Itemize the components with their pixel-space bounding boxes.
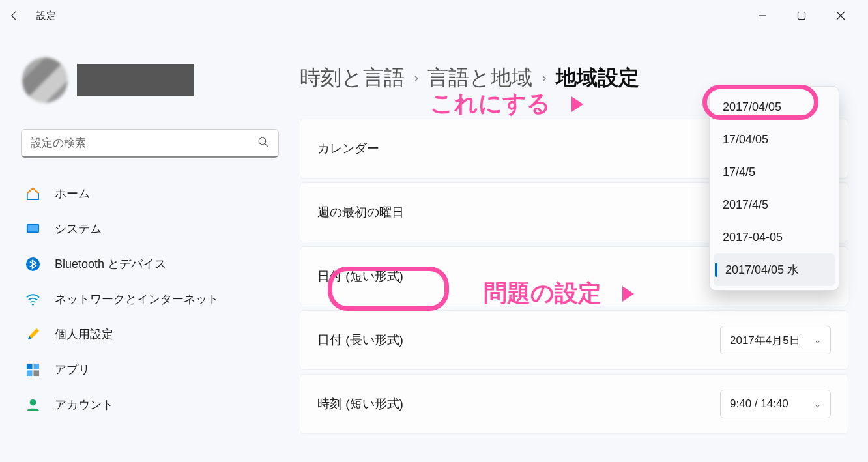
annotation-problem: 問題の設定 — [484, 278, 635, 310]
sidebar-item-label: アカウント — [55, 397, 113, 412]
combo-value: 2017年4月5日 — [730, 333, 800, 348]
svg-point-9 — [32, 303, 34, 305]
dropdown-option[interactable]: 17/4/5 — [714, 156, 835, 188]
row-label: 週の最初の曜日 — [317, 204, 404, 221]
row-short-time[interactable]: 時刻 (短い形式) 9:40 / 14:40 ⌄ — [300, 374, 848, 434]
titlebar-left: 設定 — [8, 9, 56, 22]
svg-rect-10 — [26, 363, 32, 369]
sidebar-item-label: 個人用設定 — [55, 326, 113, 342]
sidebar-item-network[interactable]: ネットワークとインターネット — [16, 283, 284, 315]
dropdown-option[interactable]: 17/04/05 — [714, 123, 835, 156]
svg-rect-13 — [33, 370, 39, 376]
paintbrush-icon — [25, 326, 40, 342]
row-label: 日付 (短い形式) — [317, 268, 403, 285]
long-date-combo[interactable]: 2017年4月5日 ⌄ — [720, 326, 831, 354]
sidebar-item-home[interactable]: ホーム — [16, 177, 284, 210]
row-label: カレンダー — [317, 140, 379, 157]
dropdown-option[interactable]: 2017-04-05 — [714, 221, 835, 253]
row-label: 日付 (長い形式) — [317, 332, 403, 349]
sidebar-item-label: ホーム — [55, 186, 90, 201]
arrow-right-icon — [558, 95, 585, 113]
sidebar-item-system[interactable]: システム — [16, 212, 284, 245]
sidebar-item-label: Bluetooth とデバイス — [55, 256, 166, 272]
bluetooth-icon — [25, 256, 40, 272]
svg-point-14 — [29, 399, 36, 405]
svg-rect-7 — [27, 225, 37, 231]
window-title: 設定 — [36, 10, 56, 22]
chevron-right-icon: › — [414, 70, 418, 87]
account-icon — [25, 397, 40, 412]
titlebar: 設定 — [0, 0, 868, 31]
option-label: 2017/04/05 — [723, 100, 781, 114]
dropdown-option-selected[interactable]: 2017/04/05 水 — [714, 253, 835, 286]
short-date-dropdown[interactable]: 2017/04/05 17/04/05 17/4/5 2017/4/5 2017… — [709, 86, 839, 291]
chevron-down-icon: ⌄ — [814, 399, 821, 409]
window-controls — [743, 0, 860, 31]
sidebar-item-personalization[interactable]: 個人用設定 — [16, 318, 284, 351]
row-long-date[interactable]: 日付 (長い形式) 2017年4月5日 ⌄ — [300, 310, 848, 370]
profile-block[interactable] — [16, 31, 284, 116]
svg-rect-12 — [26, 370, 32, 376]
user-name-redacted — [77, 64, 194, 96]
minimize-button[interactable] — [743, 0, 782, 31]
wifi-icon — [25, 291, 40, 307]
close-button[interactable] — [821, 0, 860, 31]
option-label: 2017/04/05 水 — [725, 262, 799, 278]
sidebar-item-account[interactable]: アカウント — [16, 388, 284, 421]
row-label: 時刻 (短い形式) — [317, 396, 403, 412]
search-box[interactable] — [21, 129, 279, 158]
svg-line-5 — [265, 143, 268, 147]
option-label: 2017/4/5 — [723, 198, 768, 212]
sidebar-item-label: システム — [55, 221, 102, 237]
sidebar-item-apps[interactable]: アプリ — [16, 353, 284, 386]
dropdown-option[interactable]: 2017/04/05 — [714, 91, 835, 123]
system-icon — [25, 221, 40, 237]
apps-icon — [25, 362, 40, 377]
breadcrumb-time-language[interactable]: 時刻と言語 — [300, 64, 405, 93]
option-label: 17/04/05 — [723, 133, 768, 147]
svg-rect-11 — [33, 363, 39, 369]
svg-rect-1 — [798, 12, 805, 20]
arrow-right-icon — [609, 285, 635, 303]
svg-point-8 — [25, 257, 39, 270]
sidebar-item-label: ネットワークとインターネット — [55, 291, 219, 307]
combo-value: 9:40 / 14:40 — [730, 397, 788, 411]
chevron-down-icon: ⌄ — [814, 336, 821, 345]
home-icon — [25, 186, 40, 201]
sidebar-nav: ホーム システム Bluetooth とデバイス ネットワークとインターネット — [16, 177, 284, 421]
back-button[interactable] — [8, 9, 21, 22]
svg-point-4 — [259, 137, 266, 145]
option-label: 2017-04-05 — [723, 231, 783, 244]
search-icon — [257, 136, 269, 151]
avatar — [22, 57, 68, 103]
chevron-right-icon: › — [542, 70, 546, 87]
maximize-button[interactable] — [782, 0, 821, 31]
dropdown-option[interactable]: 2017/4/5 — [714, 188, 835, 221]
option-label: 17/4/5 — [723, 166, 755, 179]
sidebar-item-label: アプリ — [55, 362, 90, 377]
annotation-choose: これにする — [430, 88, 585, 120]
short-time-combo[interactable]: 9:40 / 14:40 ⌄ — [720, 390, 831, 418]
search-input[interactable] — [31, 137, 257, 150]
sidebar: ホーム システム Bluetooth とデバイス ネットワークとインターネット — [0, 31, 300, 462]
sidebar-item-bluetooth[interactable]: Bluetooth とデバイス — [16, 248, 284, 280]
